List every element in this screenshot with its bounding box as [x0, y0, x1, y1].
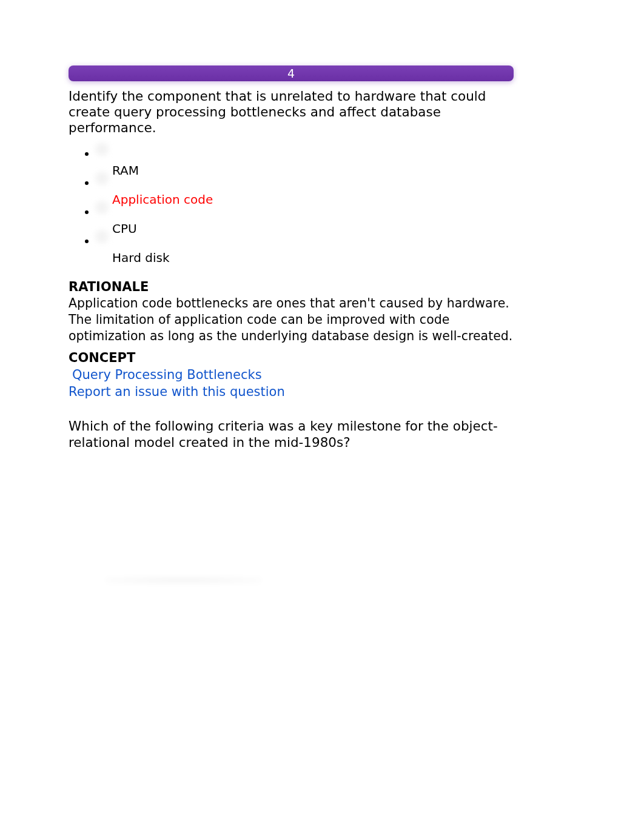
answer-option[interactable]: CPU: [96, 206, 514, 235]
answer-label: CPU: [112, 223, 514, 235]
radio-icon: [95, 143, 109, 156]
next-question-prompt: Which of the following criteria was a ke…: [69, 418, 514, 450]
links-block: Query Processing Bottlenecks Report an i…: [69, 366, 514, 401]
answer-label: Application code: [112, 193, 514, 206]
answer-list: RAM Application code CPU Hard disk: [69, 147, 514, 264]
answer-label: Hard disk: [112, 252, 514, 264]
answer-option[interactable]: Application code: [96, 176, 514, 206]
rationale-heading: RATIONALE: [69, 280, 514, 294]
report-issue-link[interactable]: Report an issue with this question: [69, 383, 514, 400]
rationale-text: Application code bottlenecks are ones th…: [69, 295, 514, 344]
answer-option[interactable]: RAM: [96, 147, 514, 176]
radio-icon: [95, 172, 109, 185]
answer-option[interactable]: Hard disk: [96, 235, 514, 264]
blur-overlay: [106, 576, 261, 585]
question-prompt: Identify the component that is unrelated…: [69, 89, 514, 136]
radio-icon: [95, 201, 109, 214]
question-number-bar: 4: [69, 65, 514, 81]
radio-icon: [95, 230, 109, 243]
concept-link[interactable]: Query Processing Bottlenecks: [69, 366, 514, 383]
concept-heading: CONCEPT: [69, 350, 514, 365]
answer-label: RAM: [112, 164, 514, 176]
